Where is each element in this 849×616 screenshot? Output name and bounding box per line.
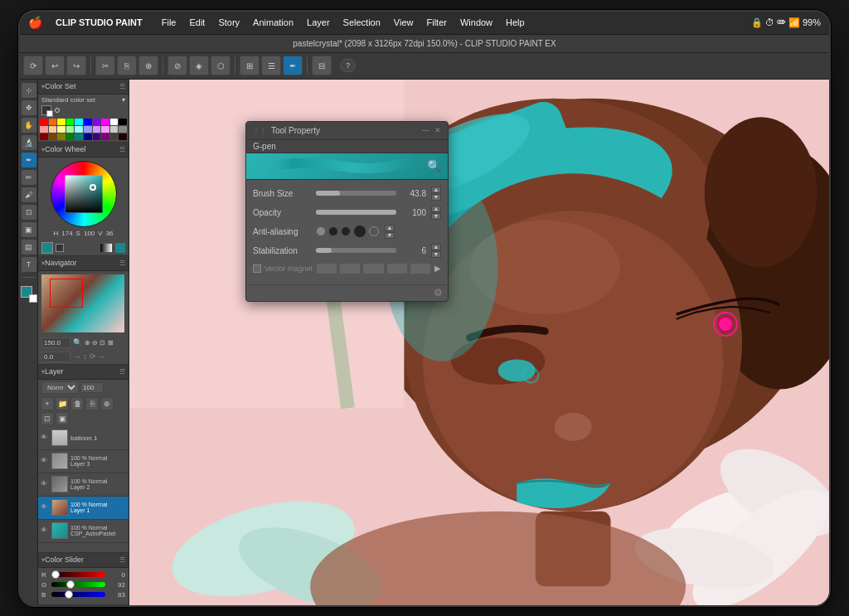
tool-pencil[interactable]: ✏ (22, 170, 36, 185)
tool-redo[interactable]: ↪ (66, 56, 86, 75)
tool-brush[interactable]: 🖌 (22, 187, 36, 202)
layer-item-balloon[interactable]: 👁 balloon 1 (38, 427, 129, 450)
layer-item-1[interactable]: 👁 100 % Normal Layer 1 (38, 497, 129, 520)
color-set-header[interactable]: ▾ Color Set ☰ (38, 80, 129, 95)
tool-ruler-snap[interactable]: ⊟ (312, 56, 332, 75)
color-light-blue[interactable] (84, 126, 92, 133)
menu-view[interactable]: View (388, 16, 420, 29)
layer-visibility-3[interactable]: 👁 (41, 457, 49, 465)
opacity-down[interactable]: ▼ (431, 213, 441, 220)
menu-animation[interactable]: Animation (247, 16, 299, 29)
color-wheel-header[interactable]: ▾ Color Wheel ☰ (38, 143, 129, 158)
color-pink[interactable] (101, 126, 109, 133)
layer-item-csp[interactable]: 👁 100 % Normal CSP_AstroPastel (38, 520, 129, 543)
vm-arrow[interactable]: ▶ (434, 264, 441, 273)
vm-slot-1[interactable] (316, 263, 337, 274)
layer-visibility-1[interactable]: 👁 (41, 503, 49, 512)
color-red[interactable] (40, 119, 48, 125)
color-navy[interactable] (84, 133, 92, 140)
color-purple[interactable] (93, 119, 101, 125)
tool-select[interactable]: ⊹ (22, 83, 36, 98)
brush-size-slider[interactable] (316, 191, 396, 196)
tool-transform[interactable]: ⊘ (167, 56, 187, 75)
apple-logo-icon[interactable]: 🍎 (28, 16, 42, 29)
tool-move[interactable]: ✥ (22, 100, 36, 115)
color-cyan[interactable] (75, 119, 83, 125)
layer-fill[interactable]: ▣ (56, 412, 69, 425)
color-yellow[interactable] (57, 119, 65, 125)
tool-rotate[interactable]: ⟳ (23, 56, 43, 75)
bg-swatch[interactable] (46, 110, 53, 117)
color-slider-header[interactable]: ▾ Color Slider ☰ (38, 553, 129, 568)
color-dark-gray[interactable] (110, 133, 119, 140)
nav-zoom-input[interactable] (41, 337, 70, 348)
fg-bg-colors[interactable] (21, 286, 37, 303)
color-magenta[interactable] (101, 119, 109, 125)
green-slider-track[interactable] (51, 582, 105, 587)
color-wheel-menu-icon[interactable]: ☰ (119, 146, 125, 153)
opacity-slider[interactable] (316, 210, 396, 215)
color-white[interactable] (110, 119, 119, 125)
color-teal[interactable] (75, 133, 83, 140)
tool-pen[interactable]: ✒ (22, 153, 36, 167)
color-olive[interactable] (57, 133, 65, 140)
brush-size-up[interactable]: ▲ (431, 187, 441, 193)
color-set-dropdown-arrow[interactable]: ▾ (122, 96, 125, 104)
opacity-up[interactable]: ▲ (431, 206, 441, 212)
tp-close[interactable]: ✕ (434, 126, 441, 134)
layer-folder[interactable]: 📁 (56, 397, 69, 410)
color-wheel[interactable] (51, 161, 117, 227)
tool-grid[interactable]: ◈ (189, 56, 209, 75)
color-peach[interactable] (49, 126, 57, 133)
red-slider-thumb[interactable] (51, 570, 60, 579)
color-blue[interactable] (84, 119, 92, 125)
blue-slider-thumb[interactable] (65, 590, 73, 599)
color-lavender[interactable] (93, 126, 101, 133)
menu-help[interactable]: Help (500, 16, 531, 29)
layer-duplicate[interactable]: ⎘ (85, 397, 99, 410)
color-light-green[interactable] (66, 126, 75, 133)
color-picker-btn[interactable] (115, 243, 125, 253)
aa-dot-3[interactable] (341, 226, 351, 236)
color-light-cyan[interactable] (75, 126, 83, 133)
vm-slot-2[interactable] (339, 263, 361, 274)
tool-lasso[interactable]: ☰ (261, 56, 281, 75)
tool-cut[interactable]: ✂ (95, 56, 115, 75)
tool-text[interactable]: T (22, 257, 36, 272)
color-set-menu-icon[interactable]: ☰ (119, 83, 125, 90)
layer-item-3[interactable]: 👁 100 % Normal Layer 3 (38, 450, 129, 473)
aa-dot-4[interactable] (353, 225, 366, 238)
blend-mode-select[interactable]: Normal Multiply Screen (41, 381, 79, 394)
background-color[interactable] (29, 294, 37, 303)
tool-property-header[interactable]: ⋮⋮ Tool Property — ✕ (246, 122, 448, 140)
menu-selection[interactable]: Selection (337, 16, 386, 29)
layer-visibility-2[interactable]: 👁 (41, 480, 49, 488)
fg-swatch[interactable] (41, 105, 51, 115)
aa-dot-1[interactable] (316, 226, 326, 236)
vm-slot-5[interactable] (410, 263, 431, 274)
color-green[interactable] (66, 119, 75, 125)
layer-menu-icon[interactable]: ☰ (119, 368, 125, 376)
color-dark-green[interactable] (66, 133, 75, 140)
nav-x-input[interactable] (41, 352, 70, 362)
navigator-menu-icon[interactable]: ☰ (119, 259, 125, 267)
color-light-yellow[interactable] (57, 126, 65, 133)
vm-slot-4[interactable] (386, 263, 408, 274)
layer-visibility-csp[interactable]: 👁 (41, 526, 49, 535)
aa-down[interactable]: ▼ (385, 232, 395, 239)
color-light-gray[interactable] (110, 126, 119, 133)
red-slider-track[interactable] (51, 572, 105, 577)
color-slider-menu-icon[interactable]: ☰ (119, 556, 125, 564)
menu-edit[interactable]: Edit (183, 16, 211, 29)
color-dark-red[interactable] (40, 133, 48, 140)
color-very-dark-red[interactable] (119, 133, 127, 140)
tool-gradient[interactable]: ▤ (22, 240, 36, 255)
color-orange[interactable] (49, 119, 57, 125)
tool-undo[interactable]: ↩ (45, 56, 65, 75)
color-indigo[interactable] (93, 133, 101, 140)
settings-gear-icon[interactable]: ⚙ (434, 287, 443, 298)
stab-down[interactable]: ▼ (431, 251, 441, 258)
stab-slider[interactable] (316, 248, 396, 253)
magnify-icon[interactable]: 🔍 (427, 159, 441, 172)
layer-header[interactable]: ▾ Layer ☰ (38, 365, 129, 380)
